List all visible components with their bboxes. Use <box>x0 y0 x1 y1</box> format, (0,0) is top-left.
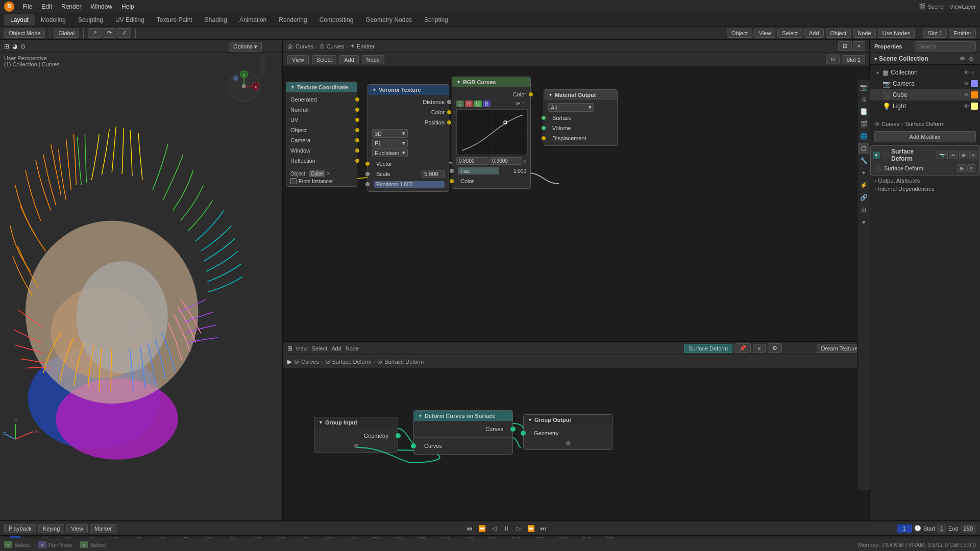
breadcrumb-curves-2[interactable]: Curves <box>327 43 345 49</box>
stop-btn[interactable]: ⏸ <box>501 523 511 534</box>
socket-uv-out[interactable] <box>355 118 359 122</box>
collection-item-camera[interactable]: 📷 Camera 👁 <box>870 78 980 89</box>
collection-item-cube[interactable]: ⬛ Cube 👁 <box>870 89 980 101</box>
playback-menu[interactable]: Playback <box>4 524 36 533</box>
light-color[interactable] <box>971 103 978 110</box>
rgb-close-icon[interactable]: × <box>523 158 526 164</box>
viewport-canvas[interactable]: User Perspective (1) Collection | Curves <box>0 53 282 520</box>
modifier-sub-copy[interactable]: ⊕ <box>957 164 966 172</box>
jump-to-start-btn[interactable]: ⏮ <box>464 523 475 534</box>
props-icon-constraints[interactable]: 🔗 <box>858 192 869 203</box>
keying-menu[interactable]: Keying <box>38 524 65 533</box>
socket-randomness-in[interactable] <box>365 182 370 186</box>
breadcrumb-emitter[interactable]: Emitter <box>357 43 375 49</box>
props-icon-output[interactable]: 🖨 <box>858 94 869 105</box>
tab-animation[interactable]: Animation <box>233 14 273 26</box>
slot-dropdown[interactable]: Slot 1 <box>923 29 947 38</box>
socket-fac-in[interactable] <box>450 169 454 173</box>
cube-color[interactable] <box>971 91 978 98</box>
modifier-edit-icon[interactable]: ✏ <box>949 152 958 159</box>
use-nodes-btn[interactable]: Use Nodes <box>878 29 915 38</box>
lmb-icon-2[interactable]: ● <box>80 541 88 548</box>
node-deform-curves[interactable]: ▼ Deform Curves on Surface Curves Cu <box>413 410 513 455</box>
socket-scale-in[interactable] <box>365 172 370 176</box>
socket-color-curves-out[interactable] <box>529 92 533 96</box>
props-icon-scene[interactable]: 🎬 <box>858 118 869 130</box>
socket-normal-out[interactable] <box>355 108 359 112</box>
socket-generated-out[interactable] <box>355 97 359 102</box>
modifier-close-btn[interactable]: × <box>969 152 977 159</box>
geo-bc-1[interactable]: ◎ <box>294 358 299 365</box>
viewport-shading-icon[interactable]: ◕ <box>12 43 17 50</box>
socket-displacement-in[interactable] <box>542 136 546 140</box>
socket-camera-out[interactable] <box>355 138 359 142</box>
geo-bc-surface-deform-2[interactable]: Surface Deform <box>384 359 424 365</box>
modifier-toggle[interactable]: ▾ <box>873 152 880 159</box>
tab-modeling[interactable]: Modeling <box>35 14 72 26</box>
socket-object-out[interactable] <box>355 128 359 132</box>
view-menu-timeline[interactable]: View <box>66 524 88 533</box>
tab-shading[interactable]: Shading <box>199 14 233 26</box>
props-icon-world[interactable]: 🌐 <box>858 131 869 142</box>
modifier-enable[interactable] <box>882 152 889 159</box>
menu-file[interactable]: File <box>18 2 36 11</box>
collection-item-light[interactable]: 💡 Light 👁 <box>870 101 980 112</box>
shader-slot-btn[interactable]: Slot 1 <box>842 55 865 64</box>
voronoi-euclidean-dropdown[interactable]: Euclidean▾ <box>372 148 408 157</box>
geo-canvas[interactable]: ▼ Group Input Geometry <box>283 368 869 520</box>
props-icon-object[interactable]: ⬡ <box>858 143 869 154</box>
curve-r-btn[interactable]: R <box>465 101 473 107</box>
material-output-dropdown[interactable]: All▾ <box>548 103 594 112</box>
geo-close-btn[interactable]: × <box>753 344 765 353</box>
props-icon-render[interactable]: 📷 <box>858 82 869 93</box>
shader-toggle-2[interactable]: × <box>853 41 865 51</box>
voronoi-3d-dropdown[interactable]: 3D▾ <box>372 129 408 138</box>
shader-toggle-1[interactable]: ⊞ <box>838 41 852 51</box>
tab-geometry-nodes[interactable]: Geometry Nodes <box>359 14 418 26</box>
geo-add[interactable]: Add <box>331 345 341 352</box>
view-menu[interactable]: View <box>287 55 309 64</box>
voronoi-f1-dropdown[interactable]: F1▾ <box>372 139 408 147</box>
tab-uv-editing[interactable]: UV Editing <box>109 14 151 26</box>
view-btn[interactable]: View <box>754 29 776 38</box>
toolbar-icon-1[interactable]: ↗ <box>88 28 102 38</box>
geo-breadcrumb-1[interactable]: View <box>296 345 308 352</box>
rgb-val-1[interactable]: 0.8000 <box>456 157 488 165</box>
object-btn[interactable]: Object <box>727 29 752 38</box>
scale-field[interactable] <box>422 170 445 178</box>
socket-volume-in[interactable] <box>542 126 546 130</box>
shader-obj-icon[interactable]: ⊙ <box>826 55 840 64</box>
options-btn[interactable]: Options ▾ <box>229 42 262 52</box>
node-texture-coordinate[interactable]: ▼ Texture Coordinate Generated Normal <box>286 82 357 187</box>
object-selector[interactable]: Object: Cube × <box>290 170 353 177</box>
from-instancer-checkbox[interactable] <box>290 178 297 184</box>
select-menu[interactable]: Select <box>312 55 337 64</box>
curve-more-icon[interactable]: ⋮ <box>521 101 526 107</box>
transform-global[interactable]: Global <box>54 29 79 38</box>
curve-b-btn[interactable]: B <box>483 101 491 107</box>
scene-collection-view-icon[interactable]: ⊙ <box>969 56 976 62</box>
node-menu[interactable]: Node <box>362 55 384 64</box>
geo-socket-geometry-in[interactable] <box>521 431 526 436</box>
add-btn[interactable]: Add <box>804 29 824 38</box>
socket-color-voronoi-out[interactable] <box>447 110 451 114</box>
play-reverse-btn[interactable]: ◁ <box>489 523 499 534</box>
socket-surface-in[interactable] <box>542 116 546 120</box>
menu-render[interactable]: Render <box>57 2 85 11</box>
node-rgb-curves[interactable]: ▼ RGB Curves Color C R G B <box>452 77 531 189</box>
toolbar-icon-3[interactable]: ⤢ <box>117 28 131 38</box>
geo-select[interactable]: Select <box>312 345 328 352</box>
cube-eye[interactable]: 👁 <box>964 92 971 98</box>
mmb-icon[interactable]: ● <box>38 541 46 548</box>
viewport-overlay-icon[interactable]: ⊙ <box>20 43 26 50</box>
collection-item-root[interactable]: ▾ ▦ Collection 👁 ○ <box>870 67 980 78</box>
marker-menu[interactable]: Marker <box>90 524 116 533</box>
geo-modifier-name[interactable]: Surface Deform <box>684 344 732 353</box>
geo-socket-add-out[interactable] <box>354 444 358 448</box>
object-clear-btn[interactable]: × <box>327 171 330 177</box>
camera-eye[interactable]: 👁 <box>964 81 971 87</box>
node-btn[interactable]: Node <box>853 29 875 38</box>
light-eye[interactable]: 👁 <box>964 103 971 109</box>
geo-socket-geometry-out[interactable] <box>396 433 401 438</box>
geo-pin-btn[interactable]: 📌 <box>734 343 751 353</box>
